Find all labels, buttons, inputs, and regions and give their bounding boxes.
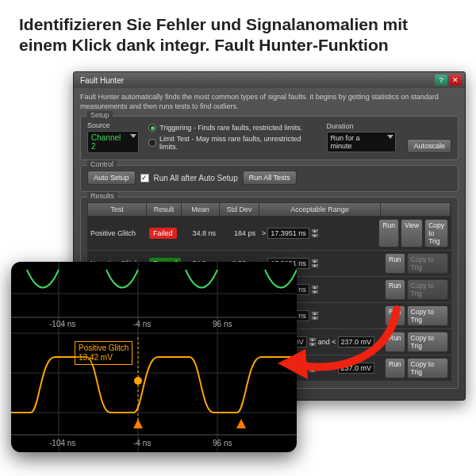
range-input[interactable]: 17.3951 ns [267, 228, 309, 239]
run-button[interactable]: Run [385, 358, 405, 378]
control-group: Control Auto Setup Run All after Auto Se… [80, 165, 459, 192]
source-select[interactable]: Channel 2 [87, 131, 139, 153]
run-after-label: Run All after Auto Setup [154, 174, 238, 182]
spinner-buttons[interactable]: ▲▼ [309, 363, 317, 373]
duration-label: Duration [327, 122, 397, 130]
run-button[interactable]: Run [385, 332, 405, 352]
auto-setup-button[interactable]: Auto Setup [87, 171, 136, 185]
chevron-down-icon [387, 135, 393, 139]
cell-std: 184 ps [219, 227, 259, 240]
cell-range: >17.3951 ns▲▼ [259, 225, 382, 241]
help-icon[interactable]: ? [435, 75, 447, 86]
copy-to-trig-button[interactable]: Copy to Trig [407, 305, 448, 326]
svg-point-10 [134, 377, 142, 385]
radio-off-icon [148, 139, 156, 147]
run-after-checkbox[interactable] [140, 174, 149, 182]
cell-result: Failed [146, 225, 181, 241]
tick-top-3: 96 ns [213, 320, 232, 328]
spinner-buttons[interactable]: ▲▼ [311, 285, 319, 294]
spinner-buttons[interactable]: ▲▼ [309, 337, 317, 347]
radio-triggering[interactable]: Triggering - Finds rare faults, restrict… [148, 124, 320, 132]
spinner-buttons[interactable]: ▲▼ [311, 311, 319, 321]
headline: Identifizieren Sie Fehler und Signalanom… [0, 0, 476, 63]
setup-label: Setup [87, 111, 113, 119]
table-row: Positive GlitchFailed34.8 ns184 ps>17.39… [87, 217, 451, 251]
tick-top-2: -4 ns [133, 320, 151, 328]
view-button[interactable]: View [401, 219, 423, 248]
results-header: Test Result Mean Std Dev Acceptable Rang… [87, 202, 451, 217]
tick-top-1: -104 ns [49, 320, 75, 328]
copy-to-trig-button[interactable]: Copy to Trig [424, 219, 448, 248]
waveform-inset: -104 ns -4 ns 96 ns -104 ns -4 ns 96 ns [11, 262, 297, 452]
window-title: Fault Hunter [77, 76, 433, 85]
autoscale-button[interactable]: Autoscale [407, 139, 451, 153]
control-label: Control [87, 160, 117, 168]
tick-bot-3: 96 ns [213, 439, 232, 447]
spinner-buttons[interactable]: ▲▼ [311, 259, 319, 268]
titlebar: Fault Hunter ? ✕ [74, 72, 465, 88]
setup-group: Setup Source Channel 2 Triggering - Find… [80, 116, 459, 160]
radio-limit-test[interactable]: Limit Test - May miss rare faults, unres… [148, 135, 320, 151]
cell-mean: 34.8 ns [181, 227, 219, 240]
cell-test: Positive Glitch [87, 227, 146, 240]
tick-bot-2: -4 ns [133, 439, 151, 447]
radio-on-icon [148, 124, 156, 132]
duration-select[interactable]: Run for a minute [327, 132, 397, 152]
run-all-button[interactable]: Run All Tests [243, 171, 297, 185]
results-label: Results [87, 192, 117, 200]
copy-to-trig-button: Copy to Trig [407, 279, 448, 300]
range-input[interactable]: 237.0 mV [338, 363, 375, 374]
spinner-buttons[interactable]: ▲▼ [311, 228, 319, 238]
source-label: Source [87, 121, 139, 129]
copy-to-trig-button[interactable]: Copy to Trig [407, 332, 448, 352]
intro-text: Fault Hunter automatically finds the mos… [80, 93, 459, 111]
run-button[interactable]: Run [385, 253, 405, 274]
tick-bot-1: -104 ns [49, 439, 75, 447]
chevron-down-icon [130, 134, 136, 138]
range-input[interactable]: 237.0 mV [338, 336, 375, 347]
run-button[interactable]: Run [385, 279, 405, 300]
copy-to-trig-button: Copy to Trig [407, 253, 448, 274]
copy-to-trig-button[interactable]: Copy to Trig [407, 358, 448, 378]
run-button[interactable]: Run [378, 219, 399, 248]
svg-marker-8 [236, 419, 246, 428]
glitch-annotation: Positive Glitch 13.42 mV [75, 341, 132, 365]
close-icon[interactable]: ✕ [449, 75, 462, 86]
run-button[interactable]: Run [385, 305, 405, 326]
